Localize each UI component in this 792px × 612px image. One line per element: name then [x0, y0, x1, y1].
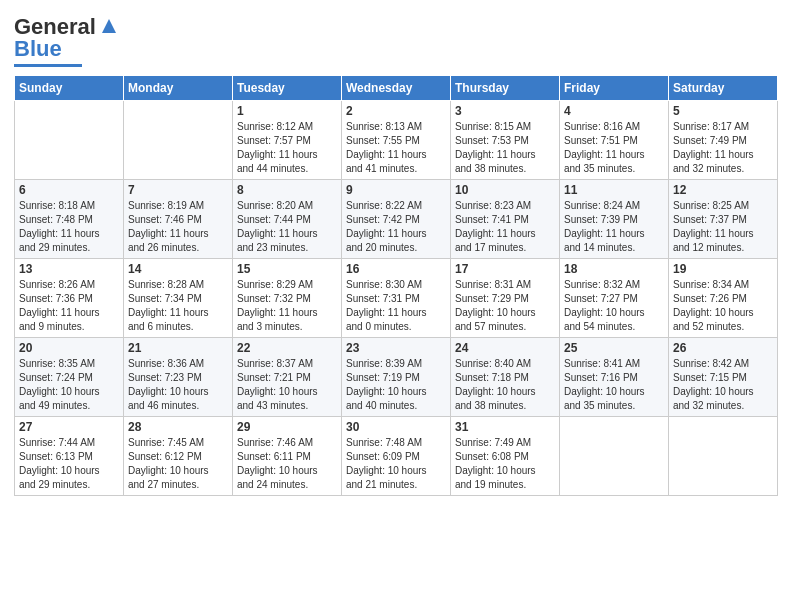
day-info: Sunrise: 8:40 AMSunset: 7:18 PMDaylight:… [455, 357, 555, 413]
calendar-cell: 31Sunrise: 7:49 AMSunset: 6:08 PMDayligh… [451, 417, 560, 496]
day-number: 26 [673, 341, 773, 355]
calendar-cell: 14Sunrise: 8:28 AMSunset: 7:34 PMDayligh… [124, 259, 233, 338]
header: General Blue [14, 10, 778, 67]
day-number: 7 [128, 183, 228, 197]
day-number: 4 [564, 104, 664, 118]
calendar-cell: 16Sunrise: 8:30 AMSunset: 7:31 PMDayligh… [342, 259, 451, 338]
weekday-header-monday: Monday [124, 76, 233, 101]
day-number: 2 [346, 104, 446, 118]
day-number: 30 [346, 420, 446, 434]
calendar-cell: 27Sunrise: 7:44 AMSunset: 6:13 PMDayligh… [15, 417, 124, 496]
calendar-week-1: 1Sunrise: 8:12 AMSunset: 7:57 PMDaylight… [15, 101, 778, 180]
day-number: 3 [455, 104, 555, 118]
day-number: 5 [673, 104, 773, 118]
calendar-table: SundayMondayTuesdayWednesdayThursdayFrid… [14, 75, 778, 496]
calendar-cell: 18Sunrise: 8:32 AMSunset: 7:27 PMDayligh… [560, 259, 669, 338]
calendar-cell: 20Sunrise: 8:35 AMSunset: 7:24 PMDayligh… [15, 338, 124, 417]
day-number: 1 [237, 104, 337, 118]
weekday-header-thursday: Thursday [451, 76, 560, 101]
calendar-cell: 5Sunrise: 8:17 AMSunset: 7:49 PMDaylight… [669, 101, 778, 180]
day-number: 12 [673, 183, 773, 197]
calendar-cell: 28Sunrise: 7:45 AMSunset: 6:12 PMDayligh… [124, 417, 233, 496]
calendar-cell: 2Sunrise: 8:13 AMSunset: 7:55 PMDaylight… [342, 101, 451, 180]
day-info: Sunrise: 8:28 AMSunset: 7:34 PMDaylight:… [128, 278, 228, 334]
calendar-week-2: 6Sunrise: 8:18 AMSunset: 7:48 PMDaylight… [15, 180, 778, 259]
day-info: Sunrise: 8:34 AMSunset: 7:26 PMDaylight:… [673, 278, 773, 334]
calendar-cell: 26Sunrise: 8:42 AMSunset: 7:15 PMDayligh… [669, 338, 778, 417]
day-number: 31 [455, 420, 555, 434]
calendar-cell: 29Sunrise: 7:46 AMSunset: 6:11 PMDayligh… [233, 417, 342, 496]
calendar-cell: 21Sunrise: 8:36 AMSunset: 7:23 PMDayligh… [124, 338, 233, 417]
day-info: Sunrise: 7:46 AMSunset: 6:11 PMDaylight:… [237, 436, 337, 492]
day-info: Sunrise: 8:31 AMSunset: 7:29 PMDaylight:… [455, 278, 555, 334]
calendar-cell: 23Sunrise: 8:39 AMSunset: 7:19 PMDayligh… [342, 338, 451, 417]
day-info: Sunrise: 8:35 AMSunset: 7:24 PMDaylight:… [19, 357, 119, 413]
calendar-cell: 24Sunrise: 8:40 AMSunset: 7:18 PMDayligh… [451, 338, 560, 417]
calendar-cell: 1Sunrise: 8:12 AMSunset: 7:57 PMDaylight… [233, 101, 342, 180]
day-number: 19 [673, 262, 773, 276]
day-number: 10 [455, 183, 555, 197]
day-info: Sunrise: 8:41 AMSunset: 7:16 PMDaylight:… [564, 357, 664, 413]
weekday-header-saturday: Saturday [669, 76, 778, 101]
calendar-cell: 8Sunrise: 8:20 AMSunset: 7:44 PMDaylight… [233, 180, 342, 259]
calendar-cell: 22Sunrise: 8:37 AMSunset: 7:21 PMDayligh… [233, 338, 342, 417]
day-info: Sunrise: 8:30 AMSunset: 7:31 PMDaylight:… [346, 278, 446, 334]
weekday-header-friday: Friday [560, 76, 669, 101]
day-info: Sunrise: 7:45 AMSunset: 6:12 PMDaylight:… [128, 436, 228, 492]
day-info: Sunrise: 8:17 AMSunset: 7:49 PMDaylight:… [673, 120, 773, 176]
calendar-cell: 17Sunrise: 8:31 AMSunset: 7:29 PMDayligh… [451, 259, 560, 338]
day-info: Sunrise: 8:26 AMSunset: 7:36 PMDaylight:… [19, 278, 119, 334]
day-info: Sunrise: 8:23 AMSunset: 7:41 PMDaylight:… [455, 199, 555, 255]
calendar-cell: 30Sunrise: 7:48 AMSunset: 6:09 PMDayligh… [342, 417, 451, 496]
day-number: 25 [564, 341, 664, 355]
day-number: 28 [128, 420, 228, 434]
day-info: Sunrise: 8:39 AMSunset: 7:19 PMDaylight:… [346, 357, 446, 413]
day-info: Sunrise: 8:12 AMSunset: 7:57 PMDaylight:… [237, 120, 337, 176]
day-info: Sunrise: 8:16 AMSunset: 7:51 PMDaylight:… [564, 120, 664, 176]
day-number: 13 [19, 262, 119, 276]
day-number: 23 [346, 341, 446, 355]
main-container: General Blue SundayMondayTuesdayWednesda… [0, 0, 792, 504]
weekday-header-sunday: Sunday [15, 76, 124, 101]
weekday-header-wednesday: Wednesday [342, 76, 451, 101]
day-number: 6 [19, 183, 119, 197]
calendar-cell: 11Sunrise: 8:24 AMSunset: 7:39 PMDayligh… [560, 180, 669, 259]
day-info: Sunrise: 8:42 AMSunset: 7:15 PMDaylight:… [673, 357, 773, 413]
svg-marker-0 [102, 19, 116, 33]
day-info: Sunrise: 7:49 AMSunset: 6:08 PMDaylight:… [455, 436, 555, 492]
calendar-cell: 15Sunrise: 8:29 AMSunset: 7:32 PMDayligh… [233, 259, 342, 338]
day-number: 27 [19, 420, 119, 434]
calendar-week-3: 13Sunrise: 8:26 AMSunset: 7:36 PMDayligh… [15, 259, 778, 338]
day-info: Sunrise: 8:25 AMSunset: 7:37 PMDaylight:… [673, 199, 773, 255]
day-number: 20 [19, 341, 119, 355]
day-info: Sunrise: 8:24 AMSunset: 7:39 PMDaylight:… [564, 199, 664, 255]
day-number: 11 [564, 183, 664, 197]
day-number: 24 [455, 341, 555, 355]
calendar-cell: 13Sunrise: 8:26 AMSunset: 7:36 PMDayligh… [15, 259, 124, 338]
calendar-cell: 19Sunrise: 8:34 AMSunset: 7:26 PMDayligh… [669, 259, 778, 338]
day-info: Sunrise: 8:36 AMSunset: 7:23 PMDaylight:… [128, 357, 228, 413]
calendar-week-4: 20Sunrise: 8:35 AMSunset: 7:24 PMDayligh… [15, 338, 778, 417]
calendar-cell: 3Sunrise: 8:15 AMSunset: 7:53 PMDaylight… [451, 101, 560, 180]
calendar-cell: 4Sunrise: 8:16 AMSunset: 7:51 PMDaylight… [560, 101, 669, 180]
calendar-week-5: 27Sunrise: 7:44 AMSunset: 6:13 PMDayligh… [15, 417, 778, 496]
calendar-cell [560, 417, 669, 496]
day-number: 22 [237, 341, 337, 355]
day-number: 18 [564, 262, 664, 276]
calendar-cell [124, 101, 233, 180]
calendar-cell [15, 101, 124, 180]
weekday-header-tuesday: Tuesday [233, 76, 342, 101]
logo-underline [14, 64, 82, 67]
day-number: 21 [128, 341, 228, 355]
day-number: 29 [237, 420, 337, 434]
day-info: Sunrise: 8:20 AMSunset: 7:44 PMDaylight:… [237, 199, 337, 255]
logo-icon [98, 15, 120, 37]
calendar-cell: 25Sunrise: 8:41 AMSunset: 7:16 PMDayligh… [560, 338, 669, 417]
day-info: Sunrise: 8:13 AMSunset: 7:55 PMDaylight:… [346, 120, 446, 176]
day-number: 15 [237, 262, 337, 276]
day-info: Sunrise: 8:19 AMSunset: 7:46 PMDaylight:… [128, 199, 228, 255]
calendar-cell [669, 417, 778, 496]
day-info: Sunrise: 8:37 AMSunset: 7:21 PMDaylight:… [237, 357, 337, 413]
calendar-cell: 7Sunrise: 8:19 AMSunset: 7:46 PMDaylight… [124, 180, 233, 259]
weekday-header-row: SundayMondayTuesdayWednesdayThursdayFrid… [15, 76, 778, 101]
